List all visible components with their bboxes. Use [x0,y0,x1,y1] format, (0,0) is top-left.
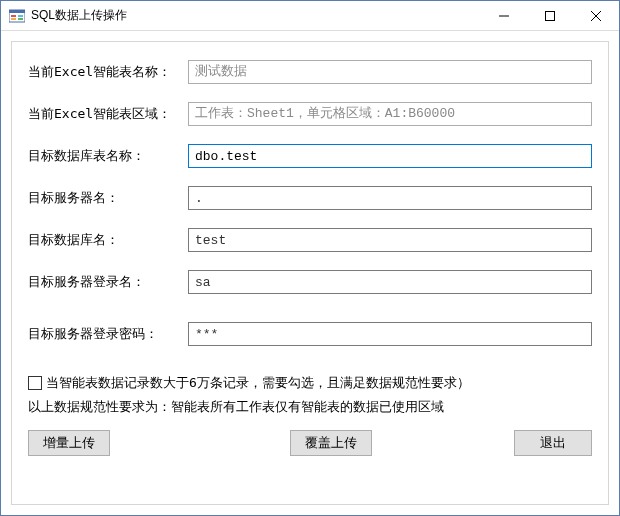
minimize-button[interactable] [481,1,527,30]
label-target-password: 目标服务器登录密码： [28,325,188,343]
close-button[interactable] [573,1,619,30]
field-excel-range: 工作表：Sheet1，单元格区域：A1:B60000 [188,102,592,126]
window-title: SQL数据上传操作 [31,7,481,24]
note-text: 以上数据规范性要求为：智能表所有工作表仅有智能表的数据已使用区域 [28,398,592,416]
svg-rect-7 [546,11,555,20]
svg-rect-3 [18,15,23,17]
append-upload-button[interactable]: 增量上传 [28,430,110,456]
titlebar: SQL数据上传操作 [1,1,619,31]
field-excel-name: 测试数据 [188,60,592,84]
svg-rect-1 [9,10,25,13]
form-frame: 当前Excel智能表名称： 测试数据 当前Excel智能表区域： 工作表：She… [11,41,609,505]
window-controls [481,1,619,30]
large-data-checkbox[interactable] [28,376,42,390]
label-target-db: 目标数据库名： [28,231,188,249]
window: SQL数据上传操作 当前Excel智能表名称： 测试数据 当前Excel智能表区… [0,0,620,516]
label-target-login: 目标服务器登录名： [28,273,188,291]
target-table-input[interactable] [188,144,592,168]
target-password-input[interactable] [188,322,592,346]
svg-rect-5 [18,18,23,20]
app-icon [9,8,25,24]
target-login-input[interactable] [188,270,592,294]
maximize-button[interactable] [527,1,573,30]
target-server-input[interactable] [188,186,592,210]
label-target-server: 目标服务器名： [28,189,188,207]
overwrite-upload-button[interactable]: 覆盖上传 [290,430,372,456]
svg-rect-2 [11,15,16,17]
label-excel-name: 当前Excel智能表名称： [28,63,188,81]
checkbox-label: 当智能表数据记录数大于6万条记录，需要勾选，且满足数据规范性要求） [46,374,470,392]
content-area: 当前Excel智能表名称： 测试数据 当前Excel智能表区域： 工作表：She… [1,31,619,515]
label-excel-range: 当前Excel智能表区域： [28,105,188,123]
svg-rect-4 [11,18,16,20]
label-target-table: 目标数据库表名称： [28,147,188,165]
exit-button[interactable]: 退出 [514,430,592,456]
target-db-input[interactable] [188,228,592,252]
